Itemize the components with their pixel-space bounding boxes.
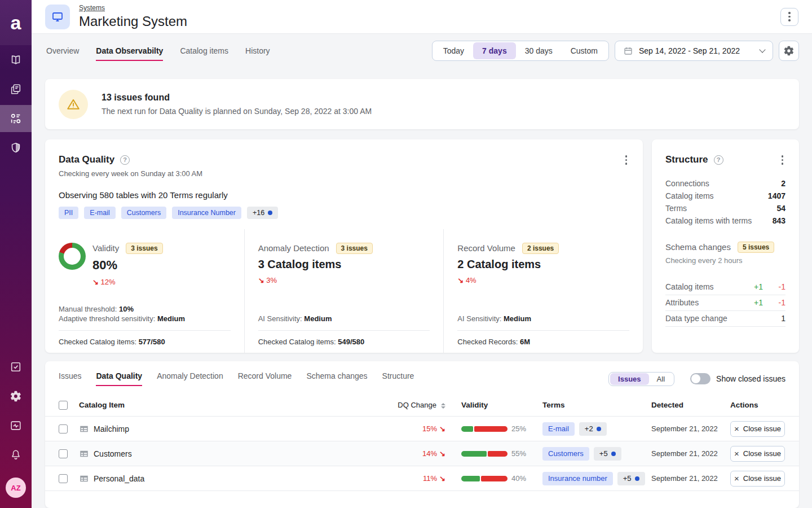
term-chips: PII E-mail Customers Insurance Number +1…	[45, 200, 643, 219]
col-validity: Validity	[461, 401, 542, 409]
detected-date: September 21, 2022	[651, 424, 730, 433]
close-issue-button[interactable]: ×Close issue	[730, 446, 785, 462]
date-range-picker[interactable]: Sep 14, 2022 - Sep 21, 2022	[615, 41, 773, 61]
term-dot-icon	[268, 211, 272, 215]
select-row-checkbox[interactable]	[59, 449, 68, 458]
range-30days-button[interactable]: 30 days	[516, 42, 562, 59]
record-volume-issues-badge[interactable]: 2 issues	[522, 243, 559, 254]
catalog-item-name[interactable]: Mailchimp	[79, 424, 378, 434]
table-row[interactable]: Mailchimp 15%↘ 25% E-mail +2 September 2…	[45, 417, 799, 441]
page-tabs: Overview Data Observabilty Catalog items…	[46, 41, 270, 61]
help-icon[interactable]: ?	[714, 155, 723, 165]
more-terms-chip[interactable]: +5	[617, 472, 645, 485]
page-header: Systems Marketing System	[32, 0, 812, 34]
time-range-controls: Today 7 days 30 days Custom Sep 14, 2022…	[432, 41, 799, 61]
book-icon	[10, 54, 22, 66]
select-row-checkbox[interactable]	[59, 474, 68, 483]
banner-subtitle: The next run for Data Quality is planned…	[102, 107, 372, 116]
help-icon[interactable]: ?	[120, 155, 130, 165]
issues-tab-issues[interactable]: Issues	[59, 371, 81, 386]
term-chip[interactable]: E-mail	[542, 422, 575, 436]
range-7days-button[interactable]: 7 days	[473, 42, 516, 59]
tab-catalog-items[interactable]: Catalog items	[180, 41, 228, 61]
observability-settings-button[interactable]	[779, 41, 799, 61]
validity-bar	[461, 426, 508, 432]
sidebar-item-monitoring[interactable]	[0, 412, 32, 439]
close-issue-button[interactable]: ×Close issue	[730, 421, 785, 437]
sidebar-item-observability[interactable]	[0, 105, 32, 132]
filter-issues-button[interactable]: Issues	[610, 373, 648, 385]
data-quality-more-button[interactable]	[623, 153, 630, 167]
structure-more-button[interactable]	[779, 153, 786, 167]
down-right-arrow-icon: ↘	[439, 449, 445, 458]
term-chip[interactable]: PII	[59, 207, 78, 219]
schema-issues-badge[interactable]: 5 issues	[738, 242, 774, 253]
select-row-checkbox[interactable]	[59, 424, 68, 433]
col-detected: Detected	[651, 401, 730, 409]
issues-tab-structure[interactable]: Structure	[382, 371, 414, 386]
warning-circle	[59, 90, 88, 119]
catalog-item-name[interactable]: Customers	[79, 449, 378, 459]
sidebar-item-tasks[interactable]	[0, 353, 32, 380]
term-chip[interactable]: Insurance Number	[172, 207, 241, 219]
observability-icon	[10, 112, 22, 125]
sidebar-item-knowledge[interactable]	[0, 46, 32, 73]
data-quality-card: Data Quality ? Checking every week on Su…	[45, 139, 643, 353]
tab-overview[interactable]: Overview	[46, 41, 79, 61]
record-volume-change: ↘ 4%	[457, 276, 559, 284]
catalog-item-name[interactable]: Personal_data	[79, 474, 378, 484]
sidebar-item-governance[interactable]	[0, 134, 32, 161]
table-icon	[79, 474, 89, 484]
validity-footer: Checked Catalog items: 577/580	[59, 330, 231, 353]
close-issue-button[interactable]: ×Close issue	[730, 471, 785, 487]
range-today-button[interactable]: Today	[434, 42, 473, 59]
term-dot-icon	[611, 452, 616, 456]
sidebar-item-notifications[interactable]	[0, 441, 32, 468]
more-terms-chip[interactable]: +5	[594, 447, 621, 461]
user-avatar[interactable]: AZ	[6, 478, 26, 498]
issues-tab-schema-changes[interactable]: Schema changes	[306, 371, 367, 386]
issues-tab-data-quality[interactable]: Data Quality	[96, 371, 142, 386]
term-chip[interactable]: E-mail	[84, 207, 115, 219]
term-chip[interactable]: Customers	[121, 207, 166, 219]
issues-tabs: Issues Data Quality Anomaly Detection Re…	[59, 371, 414, 386]
issues-tab-record-volume[interactable]: Record Volume	[238, 371, 292, 386]
structure-title: Structure	[665, 154, 708, 165]
header-more-button[interactable]	[780, 8, 798, 26]
breadcrumb[interactable]: Systems	[79, 4, 187, 12]
term-chip[interactable]: Insurance number	[542, 472, 613, 485]
record-volume-metric: Record Volume 2 issues 2 Catalog items ↘…	[443, 229, 643, 353]
calendar-icon	[623, 46, 633, 56]
table-row[interactable]: Customers 14%↘ 55% Customers +5 Septembe…	[45, 441, 799, 466]
validity-issues-badge[interactable]: 3 issues	[126, 243, 162, 254]
more-terms-chip[interactable]: +16	[247, 207, 278, 219]
check-square-icon	[10, 361, 22, 373]
app-sidebar: a AZ	[0, 0, 32, 508]
select-all-checkbox[interactable]	[59, 401, 68, 410]
validity-ring-chart	[59, 243, 86, 270]
record-volume-label: Record Volume	[457, 243, 515, 253]
validity-cell: 25%	[461, 424, 542, 433]
validity-label: Validity	[92, 243, 119, 253]
issues-tab-anomaly-detection[interactable]: Anomaly Detection	[157, 371, 223, 386]
app-logo[interactable]: a	[0, 0, 32, 45]
issues-filter-segmented: Issues All	[608, 372, 674, 386]
kebab-icon	[788, 12, 791, 21]
anomaly-issues-badge[interactable]: 3 issues	[336, 243, 373, 254]
show-closed-toggle[interactable]	[690, 373, 710, 384]
term-chip[interactable]: Customers	[542, 447, 589, 461]
tab-history[interactable]: History	[245, 41, 270, 61]
down-right-arrow-icon: ↘	[439, 474, 445, 483]
col-terms: Terms	[542, 401, 651, 409]
sidebar-item-settings[interactable]	[0, 383, 32, 410]
tab-data-observability[interactable]: Data Observabilty	[96, 41, 163, 61]
dq-metrics: Validity 3 issues 80% ↘ 12% Manual thres…	[45, 229, 643, 353]
range-custom-button[interactable]: Custom	[562, 42, 607, 59]
col-dq-change[interactable]: DQ Change	[378, 401, 445, 409]
table-row[interactable]: Personal_data 11%↘ 40% Insurance number …	[45, 466, 799, 491]
anomaly-detection-metric: Anomaly Detection 3 issues 3 Catalog ite…	[244, 229, 444, 353]
sidebar-item-catalog[interactable]	[0, 76, 32, 103]
more-terms-chip[interactable]: +2	[579, 422, 607, 436]
validity-thresholds: Manual threshold: 10% Adaptive threshold…	[59, 304, 231, 330]
filter-all-button[interactable]: All	[649, 373, 673, 385]
